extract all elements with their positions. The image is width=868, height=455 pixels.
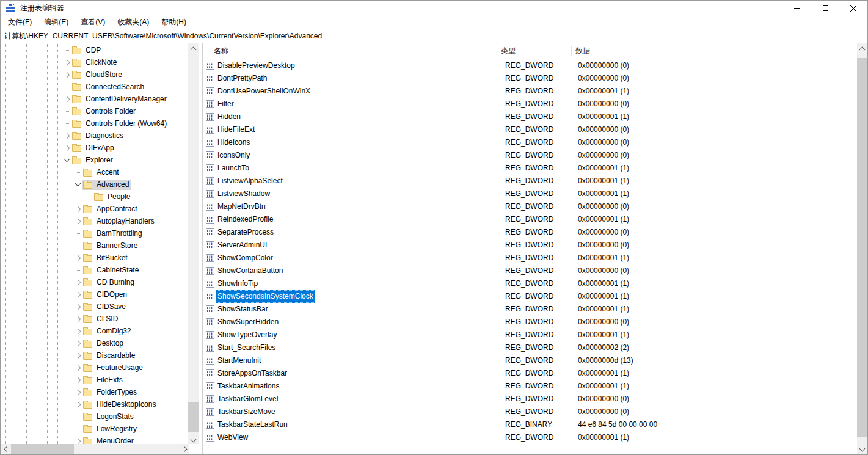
value-row-start-searchfiles[interactable]: Start_SearchFilesREG_DWORD0x00000002 (2) (203, 341, 857, 354)
tree-expander-collapsed-icon[interactable] (73, 374, 82, 386)
tree-item-contentdeliverymanager[interactable]: ContentDeliveryManager (1, 93, 169, 105)
scroll-right-button[interactable] (180, 444, 190, 454)
column-header-type[interactable]: 类型 (501, 43, 516, 58)
close-button[interactable] (839, 1, 867, 16)
value-row-hideicons[interactable]: HideIconsREG_DWORD0x00000000 (0) (203, 136, 857, 149)
tree-expander-collapsed-icon[interactable] (62, 56, 71, 68)
tree-item-cd-burning[interactable]: CD Burning (1, 276, 136, 288)
tree-item-advanced[interactable]: Advanced (1, 178, 131, 191)
list-vertical-scrollbar[interactable] (857, 43, 867, 454)
tree-expander-collapsed-icon[interactable] (73, 276, 82, 288)
tree-expander-collapsed-icon[interactable] (73, 288, 82, 300)
tree-horizontal-scrollbar[interactable] (1, 444, 190, 454)
tree-item-foldertypes[interactable]: FolderTypes (1, 386, 139, 398)
column-header-name[interactable]: 名称 (214, 43, 228, 58)
value-row-reindexedprofile[interactable]: ReindexedProfileREG_DWORD0x00000001 (1) (203, 213, 857, 226)
minimize-button[interactable] (783, 1, 811, 16)
value-name[interactable]: HideIcons (217, 136, 250, 149)
value-name[interactable]: TaskbarStateLastRun (217, 418, 288, 431)
scrollbar-thumb[interactable] (857, 58, 867, 437)
value-row-taskbarstatelastrun[interactable]: TaskbarStateLastRunREG_BINARY44 e6 84 5d… (203, 418, 857, 431)
value-row-filter[interactable]: FilterREG_DWORD0x00000000 (0) (203, 98, 857, 111)
tree-item-clicknote[interactable]: ClickNote (1, 56, 119, 68)
tree-item-cabinetstate[interactable]: CabinetState (1, 264, 140, 276)
menu-item-v[interactable]: 查看(V) (75, 16, 111, 29)
value-name[interactable]: ServerAdminUI (217, 239, 267, 252)
tree-expander-expanded-icon[interactable] (73, 178, 82, 191)
value-row-showsecondsinsystemclock[interactable]: ShowSecondsInSystemClockREG_DWORD0x00000… (203, 290, 857, 303)
value-row-storeappsontaskbar[interactable]: StoreAppsOnTaskbarREG_DWORD0x00000001 (1… (203, 367, 857, 380)
tree-expander-collapsed-icon[interactable] (62, 142, 71, 154)
value-row-webview[interactable]: WebViewREG_DWORD0x00000001 (1) (203, 431, 857, 444)
value-row-listviewalphaselect[interactable]: ListviewAlphaSelectREG_DWORD0x00000001 (… (203, 175, 857, 187)
tree-expander-collapsed-icon[interactable] (73, 300, 82, 313)
value-name[interactable]: TaskbarSizeMove (217, 406, 275, 418)
tree-item-cidsave[interactable]: CIDSave (1, 300, 128, 313)
tree-item-cidopen[interactable]: CIDOpen (1, 288, 129, 300)
tree-expander-collapsed-icon[interactable] (62, 129, 71, 142)
value-row-hidden[interactable]: HiddenREG_DWORD0x00000001 (1) (203, 111, 857, 123)
value-name[interactable]: ShowTypeOverlay (217, 329, 277, 341)
value-row-serveradminui[interactable]: ServerAdminUIREG_DWORD0x00000000 (0) (203, 239, 857, 252)
tree-expander-collapsed-icon[interactable] (73, 362, 82, 374)
value-name[interactable]: DisablePreviewDesktop (217, 59, 295, 72)
tree-item-accent[interactable]: Accent (1, 166, 121, 178)
value-name[interactable]: DontUsePowerShellOnWinX (217, 85, 310, 98)
scroll-left-button[interactable] (1, 444, 11, 454)
value-row-showsuperhidden[interactable]: ShowSuperHiddenREG_DWORD0x00000000 (0) (203, 316, 857, 329)
tree-item-difxapp[interactable]: DIFxApp (1, 142, 116, 154)
value-row-dontprettypath[interactable]: DontPrettyPathREG_DWORD0x00000000 (0) (203, 72, 857, 85)
tree-item-clsid[interactable]: CLSID (1, 313, 120, 325)
menu-item-e[interactable]: 编辑(E) (38, 16, 75, 29)
value-row-showcompcolor[interactable]: ShowCompColorREG_DWORD0x00000001 (1) (203, 252, 857, 264)
value-row-launchto[interactable]: LaunchToREG_DWORD0x00000001 (1) (203, 162, 857, 175)
value-row-startmenuinit[interactable]: StartMenuInitREG_DWORD0x0000000d (13) (203, 354, 857, 367)
tree-item-lowregistry[interactable]: LowRegistry (1, 423, 139, 435)
value-name[interactable]: TaskbarGlomLevel (217, 393, 278, 406)
value-name[interactable]: Filter (217, 98, 234, 111)
value-name[interactable]: DontPrettyPath (217, 72, 267, 85)
scroll-up-button[interactable] (188, 43, 199, 54)
tree-expander-collapsed-icon[interactable] (73, 325, 82, 337)
tree-item-logonstats[interactable]: LogonStats (1, 410, 136, 423)
menu-item-f[interactable]: 文件(F) (2, 16, 38, 29)
value-name[interactable]: WebView (217, 431, 248, 444)
value-name[interactable]: ListviewAlphaSelect (217, 175, 283, 187)
value-name[interactable]: ShowSecondsInSystemClock (216, 290, 315, 303)
tree-item-bannerstore[interactable]: BannerStore (1, 239, 139, 252)
value-name[interactable]: TaskbarAnimations (217, 380, 279, 393)
value-name[interactable]: StoreAppsOnTaskbar (217, 367, 287, 380)
value-name[interactable]: SeparateProcess (217, 226, 274, 239)
tree-expander-collapsed-icon[interactable] (73, 313, 82, 325)
tree-expander-collapsed-icon[interactable] (73, 386, 82, 398)
tree-item-desktop[interactable]: Desktop (1, 337, 125, 349)
column-header-data[interactable]: 数据 (575, 43, 590, 58)
tree-item-fileexts[interactable]: FileExts (1, 374, 125, 386)
value-row-taskbaranimations[interactable]: TaskbarAnimationsREG_DWORD0x00000001 (1) (203, 380, 857, 393)
tree-expander-collapsed-icon[interactable] (73, 203, 82, 215)
tree-item-featureusage[interactable]: FeatureUsage (1, 362, 145, 374)
value-row-showcortanabutton[interactable]: ShowCortanaButtonREG_DWORD0x00000000 (0) (203, 264, 857, 277)
tree-item-discardable[interactable]: Discardable (1, 349, 137, 362)
scrollbar-thumb[interactable] (188, 402, 199, 432)
tree-item-controls-folder-wow64[interactable]: Controls Folder (Wow64) (1, 117, 169, 129)
value-row-dontusepowershellonwinx[interactable]: DontUsePowerShellOnWinXREG_DWORD0x000000… (203, 85, 857, 98)
value-row-separateprocess[interactable]: SeparateProcessREG_DWORD0x00000000 (0) (203, 226, 857, 239)
value-name[interactable]: ShowInfoTip (217, 277, 258, 290)
value-name[interactable]: StartMenuInit (217, 354, 261, 367)
tree-item-explorer[interactable]: Explorer (1, 154, 115, 166)
value-row-taskbarsizemove[interactable]: TaskbarSizeMoveREG_DWORD0x00000000 (0) (203, 406, 857, 418)
value-name[interactable]: LaunchTo (217, 162, 249, 175)
tree-item-cloudstore[interactable]: CloudStore (1, 68, 124, 81)
tree-item-comdlg32[interactable]: ComDlg32 (1, 325, 133, 337)
value-name[interactable]: ReindexedProfile (217, 213, 273, 226)
tree-item-bamthrottling[interactable]: BamThrottling (1, 227, 144, 239)
column-separator[interactable] (498, 46, 498, 56)
tree-item-autoplayhandlers[interactable]: AutoplayHandlers (1, 215, 156, 227)
tree-item-people[interactable]: People (1, 191, 132, 203)
value-name[interactable]: ShowStatusBar (217, 303, 268, 316)
value-row-mapnetdrvbtn[interactable]: MapNetDrvBtnREG_DWORD0x00000000 (0) (203, 200, 857, 213)
value-name[interactable]: Start_SearchFiles (217, 341, 275, 354)
tree-item-cdp[interactable]: CDP (1, 44, 103, 56)
value-name[interactable]: HideFileExt (217, 123, 255, 136)
